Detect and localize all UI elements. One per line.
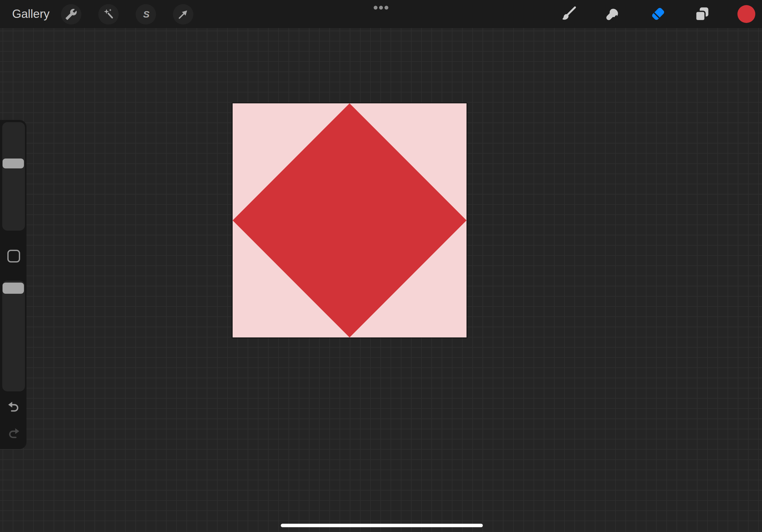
brush-size-handle[interactable] bbox=[3, 159, 24, 168]
toolbar-actions-button[interactable] bbox=[61, 4, 81, 25]
toolbar-brush-button[interactable] bbox=[559, 5, 577, 23]
opacity-handle[interactable] bbox=[3, 283, 24, 294]
ellipsis-dot bbox=[379, 6, 383, 10]
paintbrush-icon bbox=[560, 5, 577, 23]
opacity-slider[interactable] bbox=[2, 281, 25, 391]
eraser-icon bbox=[649, 5, 667, 23]
gallery-button[interactable]: Gallery bbox=[12, 0, 49, 28]
ellipsis-dot bbox=[374, 6, 377, 10]
redo-arrow-icon bbox=[7, 427, 21, 441]
toolbar-selection-button[interactable]: S bbox=[136, 4, 156, 25]
modify-button[interactable] bbox=[7, 250, 20, 262]
svg-text:S: S bbox=[143, 9, 150, 20]
redo-button[interactable] bbox=[7, 427, 21, 441]
toolbar-eraser-button[interactable] bbox=[649, 5, 667, 23]
artwork-pink-square[interactable] bbox=[233, 103, 467, 337]
wrench-icon bbox=[65, 8, 77, 21]
toolbar-layers-button[interactable] bbox=[693, 5, 711, 23]
undo-button[interactable] bbox=[7, 400, 21, 414]
home-indicator[interactable] bbox=[281, 524, 483, 527]
selection-s-icon: S bbox=[140, 8, 152, 21]
color-swatch-button[interactable] bbox=[737, 5, 755, 23]
drawing-canvas[interactable] bbox=[0, 28, 762, 532]
toolbar-adjustments-button[interactable] bbox=[98, 4, 119, 25]
sidebar-panel bbox=[0, 120, 27, 449]
toolbar-smudge-button[interactable] bbox=[603, 5, 621, 23]
ellipsis-dot bbox=[385, 6, 388, 10]
smudge-finger-icon bbox=[604, 5, 621, 23]
brush-size-slider[interactable] bbox=[2, 122, 25, 231]
procreate-window: Gallery S bbox=[0, 0, 762, 532]
toolbar-transform-button[interactable] bbox=[173, 4, 193, 25]
top-toolbar: Gallery S bbox=[0, 0, 762, 28]
magic-wand-icon bbox=[103, 8, 114, 21]
transform-arrow-icon bbox=[177, 8, 189, 21]
undo-arrow-icon bbox=[7, 400, 21, 414]
layers-icon bbox=[693, 5, 711, 23]
artwork-red-diamond bbox=[233, 103, 467, 337]
